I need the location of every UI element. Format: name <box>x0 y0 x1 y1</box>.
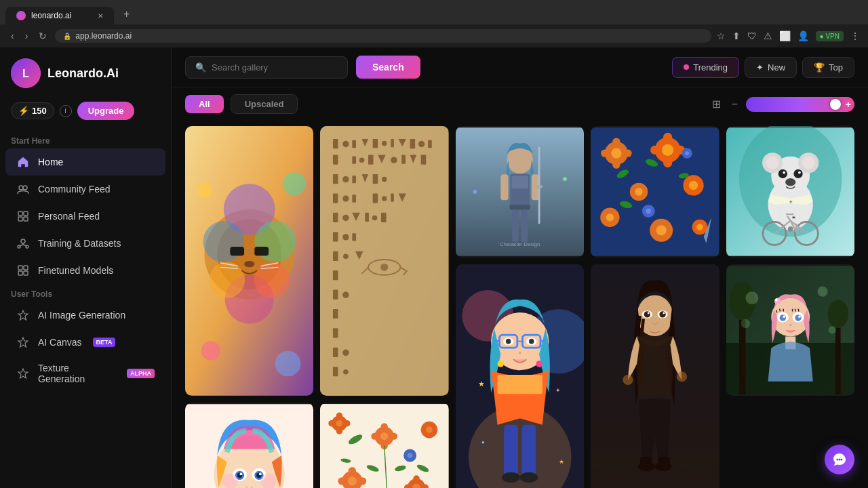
new-tab-btn[interactable]: + <box>117 4 136 24</box>
filter-all-btn[interactable]: All <box>185 95 224 113</box>
bookmark-btn[interactable]: ☆ <box>717 30 726 41</box>
sidebar: L Leonardo.Ai ⚡ 150 i Upgrade Start Here… <box>0 47 172 488</box>
gallery-item[interactable]: Character Design # ••• ⛶ <box>456 126 584 258</box>
back-btn[interactable]: ‹ <box>8 29 17 43</box>
expand-btn[interactable]: ⛶ <box>288 131 308 152</box>
user-tools-label: User Tools <box>0 284 171 302</box>
top-actions: Trending ✦ New 🏆 Top <box>672 57 854 78</box>
remix-btn[interactable]: # <box>780 270 800 290</box>
options-btn[interactable]: ••• <box>423 408 443 428</box>
sidebar-item-community-feed[interactable]: Community Feed <box>5 176 165 203</box>
expand-btn[interactable]: ⛶ <box>558 270 578 290</box>
expand-btn[interactable]: ⛶ <box>694 270 714 290</box>
new-label: New <box>768 62 785 73</box>
search-input[interactable] <box>212 62 338 73</box>
remix-btn[interactable]: # <box>509 270 530 290</box>
gallery-item[interactable]: # ••• ⛶ <box>320 126 448 396</box>
app-container: L Leonardo.Ai ⚡ 150 i Upgrade Start Here… <box>0 47 868 488</box>
expand-btn[interactable]: ⛶ <box>829 270 849 290</box>
shield-icon: 🛡 <box>747 30 757 41</box>
svg-point-276 <box>839 459 841 461</box>
sidebar-item-personal-feed[interactable]: Personal Feed <box>5 203 165 230</box>
zoom-slider[interactable]: + <box>746 97 854 112</box>
filter-upscaled-btn[interactable]: Upscaled <box>231 94 298 114</box>
svg-rect-6 <box>18 217 22 221</box>
svg-point-277 <box>841 459 843 461</box>
address-bar[interactable]: 🔒 app.leonardo.ai <box>55 29 711 43</box>
options-btn[interactable]: ••• <box>829 131 849 152</box>
remix-btn[interactable]: # <box>374 131 395 152</box>
sidebar-item-ai-canvas[interactable]: AI Canvas BETA <box>5 329 165 356</box>
extensions-btn[interactable]: ⬜ <box>779 30 791 41</box>
gallery-grid: # ••• ⛶ <box>185 126 854 488</box>
personal-feed-icon <box>16 209 30 223</box>
forward-btn[interactable]: › <box>22 29 31 43</box>
tab-close-btn[interactable]: ✕ <box>98 12 103 20</box>
trending-btn[interactable]: Trending <box>672 57 739 78</box>
options-btn[interactable]: ••• <box>399 131 419 152</box>
gallery-container: # ••• ⛶ <box>172 121 868 488</box>
reload-btn[interactable]: ↻ <box>36 29 50 43</box>
browser-chrome: leonardo.ai ✕ + ‹ › ↻ 🔒 app.leonardo.ai … <box>0 0 868 47</box>
expand-btn[interactable]: ⛶ <box>288 408 308 428</box>
sidebar-item-ai-image[interactable]: AI Image Generation <box>5 302 165 329</box>
top-bar: 🔍 Search Trending ✦ New 🏆 Top <box>172 47 868 87</box>
sidebar-item-label: Personal Feed <box>38 211 100 222</box>
zoom-handle[interactable] <box>830 99 841 110</box>
home-icon <box>16 155 30 169</box>
chat-fab-button[interactable] <box>825 445 854 474</box>
community-feed-icon <box>16 182 30 196</box>
remix-btn[interactable]: # <box>509 131 530 152</box>
grid-view-btn[interactable]: ⊞ <box>709 95 724 113</box>
svg-text:L: L <box>22 68 29 79</box>
share-btn[interactable]: ⬆ <box>732 30 741 41</box>
options-btn[interactable]: ••• <box>804 270 825 290</box>
sidebar-item-label: AI Canvas <box>38 337 82 348</box>
remix-btn[interactable]: # <box>239 408 259 428</box>
new-btn[interactable]: ✦ New <box>745 57 797 78</box>
gallery-item[interactable]: # ••• ⛶ <box>185 126 313 396</box>
item-actions: # ••• <box>399 408 443 428</box>
remix-btn[interactable]: # <box>239 131 259 152</box>
upgrade-button[interactable]: Upgrade <box>77 102 135 120</box>
options-btn[interactable]: ••• <box>669 270 690 290</box>
ai-image-icon <box>16 308 30 322</box>
top-btn[interactable]: 🏆 Top <box>802 57 854 78</box>
url-text: app.leonardo.ai <box>75 31 132 41</box>
expand-btn[interactable]: ⛶ <box>423 131 443 152</box>
finetuned-icon <box>16 264 30 277</box>
active-tab[interactable]: leonardo.ai ✕ <box>5 7 114 24</box>
tab-favicon <box>16 11 26 20</box>
menu-btn[interactable]: ⋮ <box>850 30 860 41</box>
options-btn[interactable]: ••• <box>669 131 690 152</box>
remix-btn[interactable]: # <box>399 408 419 428</box>
credits-info-btn[interactable]: i <box>60 105 72 117</box>
item-actions: # ••• ⛶ <box>645 131 714 152</box>
credits-number: 150 <box>32 106 47 116</box>
gallery-item[interactable]: # ••• <box>320 403 448 488</box>
options-btn[interactable]: ••• <box>263 408 283 428</box>
account-btn[interactable]: 👤 <box>797 30 809 41</box>
sidebar-item-training[interactable]: Training & Datasets <box>5 230 165 257</box>
credits-count: ⚡ 150 <box>11 102 54 119</box>
sidebar-item-finetuned[interactable]: Finetuned Models <box>5 257 165 284</box>
expand-btn[interactable]: ⛶ <box>558 131 578 152</box>
svg-rect-7 <box>24 217 28 221</box>
item-actions: # ••• ⛶ <box>509 270 578 290</box>
expand-btn[interactable]: ⛶ <box>694 131 714 152</box>
gallery-item[interactable]: # ••• ⛶ <box>591 126 719 258</box>
remix-btn[interactable]: # <box>645 131 665 152</box>
zoom-plus-icon: + <box>846 99 851 110</box>
gallery-item[interactable]: ★ ✦ ● ★ # ••• ⛶ <box>456 264 584 488</box>
gallery-item[interactable]: ★ <box>726 126 854 258</box>
options-btn[interactable]: ••• <box>534 131 554 152</box>
search-button[interactable]: Search <box>356 56 420 79</box>
zoom-out-btn[interactable]: − <box>729 96 741 113</box>
gallery-item[interactable]: # ••• ⛶ <box>185 403 313 488</box>
gallery-item[interactable]: # ••• ⛶ <box>726 264 854 396</box>
options-btn[interactable]: ••• <box>263 131 283 152</box>
sidebar-item-home[interactable]: Home <box>5 148 165 176</box>
gallery-item[interactable]: concept art ••• ⛶ <box>591 264 719 488</box>
sidebar-item-texture[interactable]: Texture Generation ALPHA <box>5 356 165 391</box>
options-btn[interactable]: ••• <box>534 270 554 290</box>
